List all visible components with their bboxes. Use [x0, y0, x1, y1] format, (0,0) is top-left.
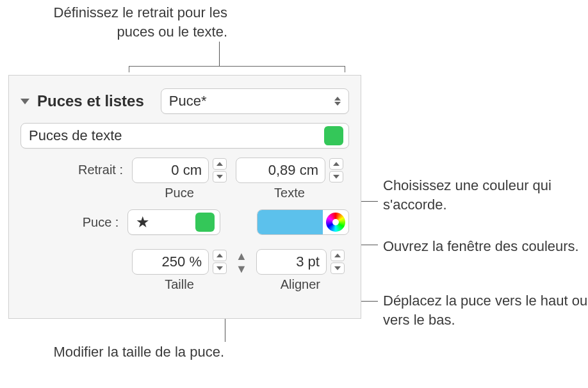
indent-bullet-field[interactable]: 0 cm [132, 158, 209, 183]
callout-match-color-text: Choisissez une couleur qui s'accorde. [383, 177, 551, 213]
stepper-down-icon[interactable] [213, 263, 227, 274]
indent-text-stepper[interactable] [329, 158, 343, 182]
callout-resize-text: Modifier la taille de la puce. [53, 344, 224, 360]
bullet-type-popup-label: Puces de texte [29, 127, 324, 144]
size-stepper[interactable] [213, 250, 227, 274]
indent-bullet-sub: Puce [165, 186, 194, 200]
align-field[interactable]: 3 pt [256, 249, 327, 275]
indent-text-sub: Texte [274, 186, 305, 200]
style-popup[interactable]: Puce* [161, 88, 349, 114]
callout-move-bullet-text: Déplacez la puce vers le haut ou vers le… [383, 293, 587, 328]
disclosure-triangle-icon[interactable] [20, 99, 29, 104]
stepper-up-icon[interactable] [329, 158, 343, 170]
callout-color-window-text: Ouvrez la fenêtre des couleurs. [383, 238, 579, 254]
stepper-up-icon[interactable] [213, 250, 227, 261]
indent-bullet-value: 0 cm [171, 162, 202, 179]
style-popup-label: Puce* [169, 93, 328, 109]
size-value: 250 % [162, 254, 202, 270]
indent-label: Retrait : [20, 163, 123, 177]
indent-text-value: 0,89 cm [268, 162, 318, 179]
align-sub: Aligner [281, 277, 320, 292]
leader-indent-vline [219, 42, 220, 66]
indent-text-field[interactable]: 0,89 cm [236, 158, 325, 183]
section-title: Puces et listes [37, 92, 144, 110]
stepper-down-icon[interactable] [329, 171, 343, 182]
callout-indent-text: Définissez le retrait pour les puces ou … [54, 4, 227, 40]
vertical-arrows-icon: ▲▼ [236, 250, 247, 275]
bullets-lists-panel: Puces et listes Puce* Puces de texte Ret… [8, 75, 361, 319]
indent-bullet-stepper[interactable] [213, 158, 227, 182]
callout-color-window: Ouvrez la fenêtre des couleurs. [383, 237, 582, 256]
callout-resize: Modifier la taille de la puce. [45, 343, 224, 362]
chevron-updown-icon [195, 213, 215, 232]
indent-bracket [129, 66, 345, 72]
size-field[interactable]: 250 % [132, 249, 209, 275]
size-sub: Taille [165, 277, 194, 292]
stepper-down-icon[interactable] [213, 171, 227, 182]
stepper-up-icon[interactable] [331, 250, 345, 261]
bullet-glyph-popup[interactable]: ★ [127, 209, 220, 235]
stepper-down-icon[interactable] [331, 263, 345, 274]
section-header[interactable]: Puces et listes [20, 92, 144, 110]
bullet-type-popup[interactable]: Puces de texte [20, 123, 349, 149]
callout-move-bullet: Déplacez la puce vers le haut ou vers le… [383, 291, 588, 329]
bullet-color-control [257, 209, 349, 235]
callout-indent: Définissez le retrait pour les puces ou … [22, 3, 227, 41]
callout-match-color: Choisissez une couleur qui s'accorde. [383, 176, 582, 214]
color-wheel-icon[interactable] [326, 213, 345, 232]
bullet-glyph: ★ [136, 213, 195, 231]
color-swatch[interactable] [257, 210, 323, 234]
chevron-updown-icon [324, 126, 343, 145]
align-value: 3 pt [296, 254, 320, 270]
align-stepper[interactable] [331, 250, 345, 274]
bullet-label: Puce : [20, 215, 118, 230]
stepper-up-icon[interactable] [213, 158, 227, 170]
chevron-updown-icon [334, 97, 341, 106]
